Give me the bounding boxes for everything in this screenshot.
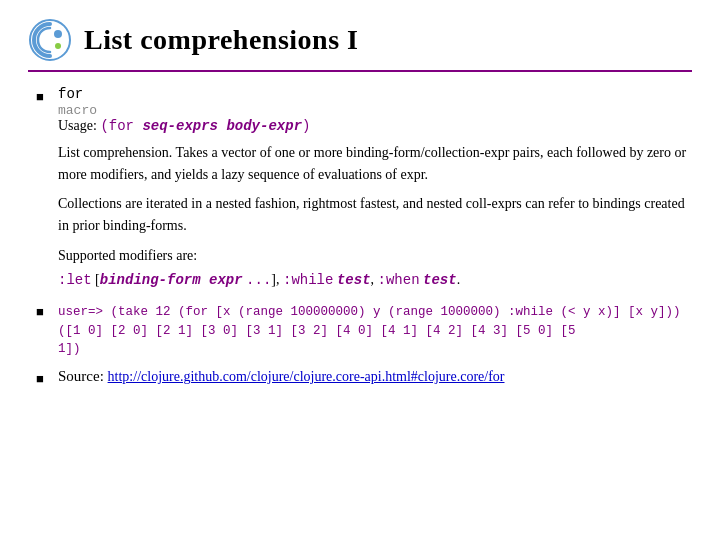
desc2-block: Collections are iterated in a nested fas… (58, 193, 692, 236)
desc1-block: List comprehension. Takes a vector of on… (58, 142, 692, 185)
macro-label: macro (58, 103, 97, 118)
source-label: Source: (58, 368, 108, 384)
usage-line: Usage: (for seq-exprs body-expr) (58, 118, 692, 134)
bullet-3-section: ■ Source: http://clojure.github.com/cloj… (36, 368, 692, 387)
usage-code: (for seq-exprs body-expr) (100, 118, 310, 134)
bullet-1-marker: ■ (36, 89, 48, 105)
for-keyword: for (58, 86, 83, 102)
bullet-2-content: user=> (take 12 (for [x (range 100000000… (58, 301, 692, 359)
usage-label: Usage: (58, 118, 100, 133)
main-content: ■ for macro Usage: (for seq-exprs body-e… (28, 86, 692, 387)
svg-point-1 (54, 30, 62, 38)
when-keyword: :when (378, 272, 420, 288)
logo-icon (28, 18, 72, 62)
slide: List comprehensions I ■ for macro Usage:… (0, 0, 720, 540)
bullet-2-section: ■ user=> (take 12 (for [x (range 1000000… (36, 301, 692, 359)
modifiers-line: :let [binding-form expr ...], :while tes… (58, 269, 692, 291)
bullet-1-content: for macro Usage: (for seq-exprs body-exp… (58, 86, 692, 292)
bullet-3-marker: ■ (36, 371, 48, 387)
for-keyword-line: for macro (58, 86, 692, 118)
code-line3: 1]) (58, 342, 81, 356)
svg-point-2 (55, 43, 61, 49)
let-keyword: :let (58, 272, 92, 288)
header: List comprehensions I (28, 18, 692, 72)
desc3-block: Supported modifiers are: (58, 245, 692, 267)
code-line2: ([1 0] [2 0] [2 1] [3 0] [3 1] [3 2] [4 … (58, 324, 576, 338)
code-example: user=> (take 12 (for [x (range 100000000… (58, 303, 692, 359)
code-line1: user=> (take 12 (for [x (range 100000000… (58, 305, 681, 319)
bullet-1-section: ■ for macro Usage: (for seq-exprs body-e… (36, 86, 692, 292)
source-link[interactable]: http://clojure.github.com/clojure/clojur… (108, 369, 505, 384)
while-keyword: :while (283, 272, 333, 288)
bullet-3-content: Source: http://clojure.github.com/clojur… (58, 368, 692, 385)
page-title: List comprehensions I (84, 24, 358, 56)
bullet-2-marker: ■ (36, 304, 48, 320)
